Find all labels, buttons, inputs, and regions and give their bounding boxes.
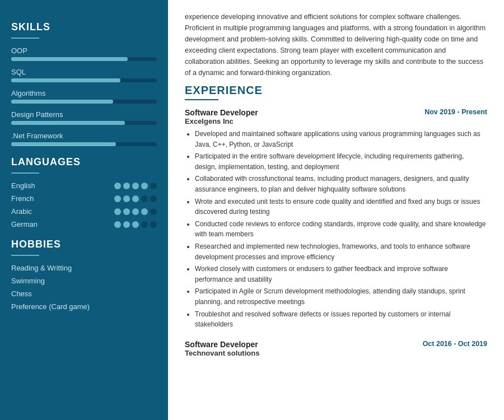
exp-date: Nov 2019 - Present (424, 108, 487, 116)
exp-bullet: Conducted code reviews to enforce coding… (195, 219, 487, 240)
dot-empty (150, 208, 157, 215)
main-content: experience developing innovative and eff… (168, 0, 504, 420)
hobby-item: Preference (Card game) (11, 302, 157, 311)
language-item: French (11, 194, 157, 203)
dot-filled (114, 208, 121, 215)
exp-date: Oct 2016 - Oct 2019 (423, 340, 487, 348)
exp-bullet: Participated in Agile or Scrum developme… (195, 286, 487, 307)
skill-bar-bg (11, 121, 157, 125)
skill-item: OOP (11, 46, 157, 61)
lang-name: English (11, 181, 50, 190)
dot-filled (123, 221, 130, 228)
exp-header: Software Developer Oct 2016 - Oct 2019 (185, 340, 487, 349)
languages-list: EnglishFrenchArabicGerman (11, 181, 157, 228)
dot-filled (141, 208, 148, 215)
hobby-item: Chess (11, 290, 157, 298)
skill-bar-bg (11, 100, 157, 104)
skills-section-title: SKILLS (11, 21, 157, 33)
skill-bar-bg (11, 57, 157, 61)
skill-label: Design Patterns (11, 110, 157, 119)
dot-filled (114, 183, 121, 189)
dot-filled (141, 183, 148, 189)
exp-bullet: Worked closely with customers or enduser… (195, 264, 487, 284)
language-item: English (11, 181, 157, 190)
dot-filled (123, 183, 130, 189)
lang-dots (114, 208, 157, 215)
dot-filled (114, 221, 121, 228)
dot-empty (141, 195, 148, 202)
dot-filled (132, 195, 139, 202)
lang-dots (114, 183, 157, 189)
dot-empty (150, 195, 157, 202)
skill-label: .Net Framework (11, 132, 157, 140)
dot-filled (132, 221, 139, 228)
exp-bullet: Troubleshot and resolved software defect… (195, 309, 487, 330)
dot-filled (132, 208, 139, 215)
lang-name: French (11, 194, 50, 203)
dot-empty (141, 221, 148, 228)
dot-filled (114, 195, 121, 202)
lang-dots (114, 195, 157, 202)
skill-label: Algorithms (11, 89, 157, 97)
experience-divider (185, 99, 218, 100)
dot-empty (150, 221, 157, 228)
dot-filled (123, 208, 130, 215)
dot-empty (150, 183, 157, 189)
skill-bar-fill (11, 142, 116, 146)
experience-block: Software Developer Oct 2016 - Oct 2019 T… (185, 340, 487, 357)
jobs-list: Software Developer Nov 2019 - Present Ex… (185, 108, 487, 357)
experience-block: Software Developer Nov 2019 - Present Ex… (185, 108, 487, 330)
experience-title: EXPERIENCE (185, 84, 487, 97)
exp-company: Excelgens Inc (185, 117, 487, 125)
skill-bar-bg (11, 142, 157, 146)
lang-name: Arabic (11, 207, 50, 216)
exp-header: Software Developer Nov 2019 - Present (185, 108, 487, 117)
exp-bullet: Wrote and executed unit tests to ensure … (195, 197, 487, 217)
resume-container: SKILLS OOP SQL Algorithms Design Pattern… (0, 0, 504, 420)
languages-section-title: LANGUAGES (11, 156, 157, 168)
skill-bar-bg (11, 78, 157, 82)
skill-item: SQL (11, 68, 157, 82)
skill-item: Design Patterns (11, 110, 157, 125)
skill-label: OOP (11, 46, 157, 55)
lang-name: German (11, 220, 50, 228)
exp-company: Technovant solutions (185, 349, 487, 357)
exp-bullets: Developed and maintained software applic… (185, 129, 487, 330)
exp-bullet: Participated in the entire software deve… (195, 151, 487, 172)
lang-dots (114, 221, 157, 228)
skill-bar-fill (11, 100, 113, 104)
exp-job-title: Software Developer (185, 340, 258, 349)
language-item: Arabic (11, 207, 157, 216)
skill-bar-fill (11, 78, 120, 82)
languages-divider (11, 172, 39, 174)
summary-text: experience developing innovative and eff… (185, 11, 487, 78)
skill-bar-fill (11, 57, 128, 61)
exp-job-title: Software Developer (185, 108, 258, 117)
exp-bullet: Collaborated with crossfunctional teams,… (195, 174, 487, 194)
skills-divider (11, 38, 39, 39)
skill-label: SQL (11, 68, 157, 76)
language-item: German (11, 220, 157, 228)
skill-item: .Net Framework (11, 132, 157, 146)
exp-bullet: Researched and implemented new technolog… (195, 241, 487, 262)
dot-filled (132, 183, 139, 189)
skills-list: OOP SQL Algorithms Design Patterns .Net … (11, 46, 157, 146)
sidebar: SKILLS OOP SQL Algorithms Design Pattern… (0, 0, 168, 420)
dot-filled (123, 195, 130, 202)
hobbies-divider (11, 255, 39, 256)
hobbies-section-title: HOBBIES (11, 239, 157, 250)
exp-bullet: Developed and maintained software applic… (195, 129, 487, 150)
hobbies-list: Reading & WrittingSwimmingChessPreferenc… (11, 264, 157, 311)
skill-item: Algorithms (11, 89, 157, 104)
hobby-item: Reading & Writting (11, 264, 157, 272)
hobby-item: Swimming (11, 277, 157, 285)
skill-bar-fill (11, 121, 125, 125)
